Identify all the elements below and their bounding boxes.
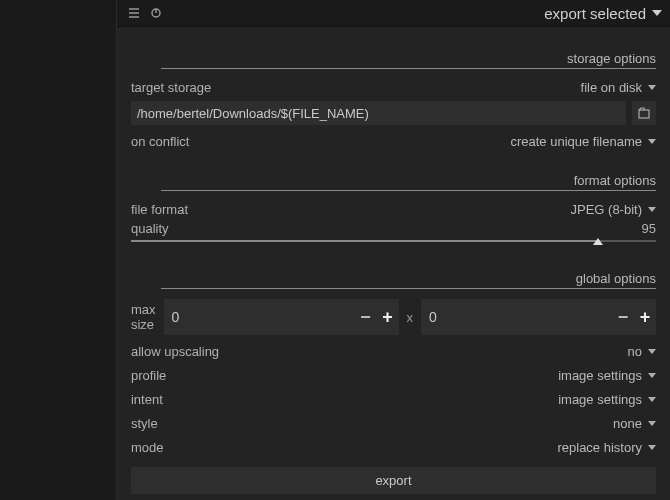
mode-label: mode <box>131 440 164 455</box>
chevron-down-icon <box>648 139 656 144</box>
slider-thumb[interactable] <box>593 238 603 245</box>
allow-upscaling-dropdown[interactable]: no <box>628 344 656 359</box>
left-empty-area <box>0 0 117 500</box>
chevron-down-icon <box>648 349 656 354</box>
intent-dropdown[interactable]: image settings <box>558 392 656 407</box>
format-section-title: format options <box>131 159 656 190</box>
file-format-row: file format JPEG (8-bit) <box>131 197 656 221</box>
chevron-down-icon <box>648 207 656 212</box>
file-format-label: file format <box>131 202 188 217</box>
size-separator: x <box>407 310 414 325</box>
style-dropdown[interactable]: none <box>613 416 656 431</box>
svg-rect-5 <box>639 110 649 118</box>
path-input[interactable] <box>131 101 626 125</box>
panel-header: export selected <box>117 0 670 27</box>
module-title-dropdown[interactable]: export selected <box>544 5 662 22</box>
width-plus-button[interactable]: + <box>377 299 399 335</box>
quality-value: 95 <box>642 221 656 236</box>
style-row: style none <box>131 411 656 435</box>
on-conflict-value: create unique filename <box>510 134 642 149</box>
intent-label: intent <box>131 392 163 407</box>
module-title: export selected <box>544 5 646 22</box>
on-conflict-row: on conflict create unique filename <box>131 129 656 153</box>
export-panel: export selected storage options target s… <box>117 0 670 500</box>
intent-value: image settings <box>558 392 642 407</box>
height-stepper: − + <box>421 299 656 335</box>
mode-row: mode replace history <box>131 435 656 459</box>
section-divider <box>161 68 656 69</box>
chevron-down-icon <box>648 373 656 378</box>
width-minus-button[interactable]: − <box>355 299 377 335</box>
chevron-down-icon <box>652 10 662 16</box>
style-label: style <box>131 416 158 431</box>
chevron-down-icon <box>648 421 656 426</box>
width-stepper: − + <box>164 299 399 335</box>
global-section-title: global options <box>131 257 656 288</box>
chevron-down-icon <box>648 85 656 90</box>
browse-button[interactable] <box>632 101 656 125</box>
on-conflict-dropdown[interactable]: create unique filename <box>510 134 656 149</box>
profile-dropdown[interactable]: image settings <box>558 368 656 383</box>
storage-section-title: storage options <box>131 37 656 68</box>
reset-icon[interactable] <box>147 4 165 22</box>
chevron-down-icon <box>648 397 656 402</box>
menu-icon[interactable] <box>125 4 143 22</box>
quality-label: quality <box>131 221 169 236</box>
target-storage-dropdown[interactable]: file on disk <box>581 80 656 95</box>
path-row <box>131 101 656 125</box>
mode-dropdown[interactable]: replace history <box>557 440 656 455</box>
target-storage-label: target storage <box>131 80 211 95</box>
allow-upscaling-row: allow upscaling no <box>131 339 656 363</box>
slider-fill <box>131 240 598 242</box>
panel-body: storage options target storage file on d… <box>117 27 670 494</box>
mode-value: replace history <box>557 440 642 455</box>
profile-value: image settings <box>558 368 642 383</box>
height-input[interactable] <box>421 299 612 335</box>
export-button[interactable]: export <box>131 467 656 494</box>
height-plus-button[interactable]: + <box>634 299 656 335</box>
on-conflict-label: on conflict <box>131 134 190 149</box>
file-format-dropdown[interactable]: JPEG (8-bit) <box>570 202 656 217</box>
max-size-label: max size <box>131 302 156 332</box>
chevron-down-icon <box>648 445 656 450</box>
allow-upscaling-value: no <box>628 344 642 359</box>
max-size-row: max size − + x − + <box>131 295 656 339</box>
section-divider <box>161 288 656 289</box>
height-minus-button[interactable]: − <box>612 299 634 335</box>
file-format-value: JPEG (8-bit) <box>570 202 642 217</box>
style-value: none <box>613 416 642 431</box>
section-divider <box>161 190 656 191</box>
allow-upscaling-label: allow upscaling <box>131 344 219 359</box>
profile-label: profile <box>131 368 166 383</box>
quality-slider[interactable]: quality 95 <box>131 221 656 247</box>
intent-row: intent image settings <box>131 387 656 411</box>
target-storage-row: target storage file on disk <box>131 75 656 99</box>
target-storage-value: file on disk <box>581 80 642 95</box>
profile-row: profile image settings <box>131 363 656 387</box>
width-input[interactable] <box>164 299 355 335</box>
